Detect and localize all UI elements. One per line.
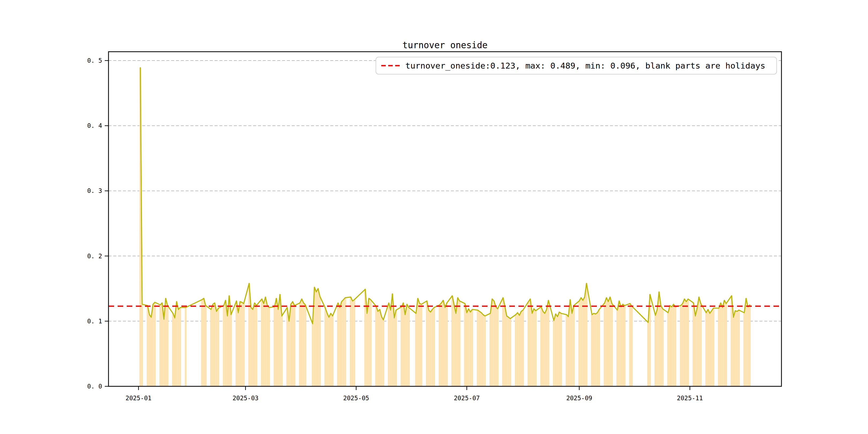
trading-day-bar [430, 312, 432, 386]
turnover-bars [139, 68, 750, 386]
y-tick-label: 0. 1 [87, 318, 102, 325]
trading-day-bar [446, 303, 448, 386]
trading-day-bar [692, 303, 694, 386]
trading-day-bar [343, 300, 344, 386]
grid-lines [108, 61, 781, 321]
trading-day-bar [540, 307, 542, 386]
trading-day-bar [152, 304, 154, 386]
trading-day-bar [484, 316, 486, 386]
trading-day-bar [261, 299, 263, 386]
trading-day-bar [685, 302, 687, 386]
x-tick-label: 2025-11 [677, 395, 703, 402]
trading-day-bar [705, 313, 707, 386]
x-tick-label: 2025-01 [126, 395, 152, 402]
trading-day-bar [713, 308, 714, 386]
trading-day-bar [265, 297, 267, 386]
x-tick-label: 2025-09 [566, 395, 592, 402]
trading-day-bar [154, 302, 156, 386]
trading-day-bar [250, 308, 252, 386]
trading-day-bar [579, 301, 580, 386]
trading-day-bar [707, 309, 709, 386]
trading-day-bar [375, 306, 377, 386]
trading-day-bar [402, 303, 404, 386]
trading-day-bar [216, 311, 218, 386]
trading-day-bar [393, 318, 395, 386]
trading-day-bar [660, 305, 662, 386]
trading-day-bar [339, 308, 341, 386]
trading-day-bar [497, 309, 499, 386]
trading-day-bar [237, 313, 239, 386]
trading-day-bar [527, 302, 529, 386]
trading-day-bar [147, 305, 148, 386]
trading-day-bar [324, 308, 326, 386]
trading-day-bar [571, 313, 573, 386]
turnover-line-path [141, 68, 750, 324]
trading-day-bar [556, 317, 558, 386]
trading-day-bar [504, 306, 506, 386]
trading-day-bar [328, 317, 330, 386]
trading-day-bar [439, 305, 440, 386]
trading-day-bar [669, 305, 671, 386]
trading-day-bar [419, 304, 421, 386]
trading-day-bar [377, 311, 379, 386]
trading-day-bar [580, 298, 582, 386]
trading-day-bar [622, 304, 624, 386]
trading-day-bar [315, 292, 317, 386]
trading-day-bar [611, 304, 613, 386]
trading-day-bar [647, 322, 649, 386]
y-tick-label: 0. 4 [87, 122, 102, 129]
trading-day-bar [558, 312, 560, 386]
trading-day-bar [546, 309, 548, 386]
trading-day-bar [388, 303, 390, 386]
trading-day-bar [683, 299, 685, 386]
trading-day-bar [529, 299, 531, 386]
trading-day-bar [421, 304, 423, 386]
trading-day-bar [326, 313, 328, 386]
trading-day-bar [607, 302, 609, 386]
trading-day-bar [506, 316, 508, 386]
trading-day-bar [667, 313, 669, 386]
trading-day-bar [743, 313, 745, 386]
trading-day-bar [266, 305, 268, 386]
y-tick-label: 0. 5 [87, 57, 102, 64]
x-tick-label: 2025-03 [232, 395, 258, 402]
trading-day-bar [431, 309, 433, 386]
trading-day-bar [533, 309, 535, 386]
trading-day-bar [468, 309, 470, 386]
trading-day-bar [236, 301, 237, 386]
trading-day-bar [201, 300, 203, 386]
turnover-chart: turnover oneside 0. 00. 10. 20. 30. 40. … [0, 0, 868, 434]
trading-day-bar [531, 313, 533, 386]
trading-day-bar [442, 300, 444, 386]
trading-day-bar [569, 300, 571, 386]
trading-day-bar [629, 304, 631, 386]
trading-day-bar [288, 321, 290, 386]
trading-day-bar [723, 300, 725, 386]
trading-day-bar [214, 303, 216, 386]
trading-day-bar [471, 309, 473, 386]
trading-day-bar [176, 302, 178, 386]
trading-day-bar [351, 301, 353, 386]
trading-day-bar [433, 308, 435, 386]
trading-day-bar [178, 309, 180, 386]
trading-day-bar [606, 298, 607, 386]
trading-day-bar [604, 303, 606, 386]
trading-day-bar [212, 304, 214, 386]
trading-day-bar [299, 303, 301, 386]
trading-day-bar [654, 315, 656, 386]
trading-day-bar [747, 307, 749, 386]
trading-day-bar [293, 305, 296, 386]
trading-day-bar [673, 304, 675, 386]
trading-day-bar [452, 296, 453, 386]
trading-day-bar [544, 313, 546, 386]
trading-day-bar [428, 310, 430, 386]
trading-day-bar [495, 307, 497, 386]
trading-day-bar [179, 308, 181, 386]
trading-day-bar [317, 288, 319, 386]
chart-title: turnover oneside [402, 40, 488, 50]
trading-day-bar [711, 311, 713, 386]
trading-day-bar [426, 301, 428, 386]
trading-day-bar [254, 303, 255, 386]
trading-day-bar [174, 318, 176, 386]
trading-day-bar [593, 313, 595, 386]
